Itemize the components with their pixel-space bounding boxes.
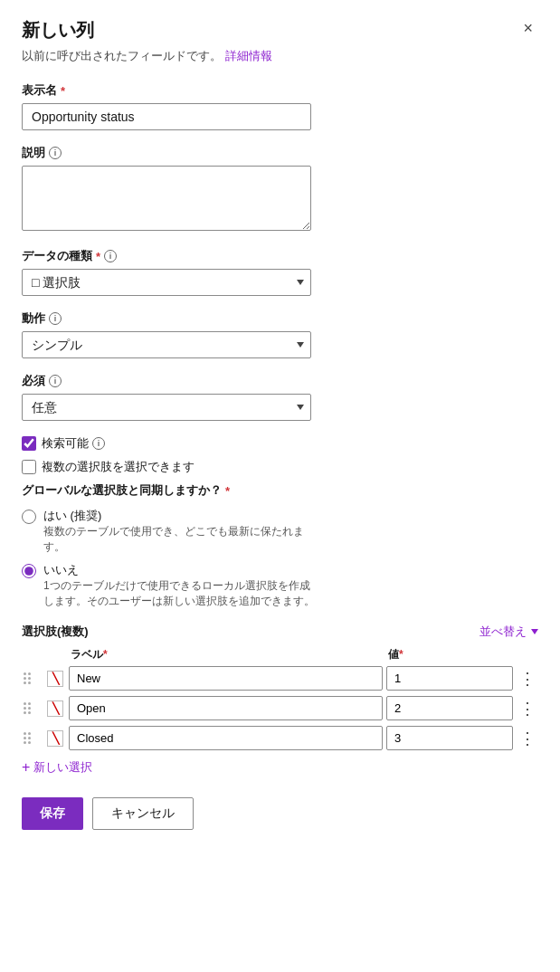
detail-info-link[interactable]: 詳細情報	[225, 49, 272, 62]
radio-group: はい (推奨) 複数のテーブルで使用でき、どこでも最新に保たれます。 いいえ 1…	[22, 508, 538, 609]
searchable-label: 検索可能 i	[42, 435, 105, 452]
searchable-info-icon: i	[92, 437, 105, 450]
behavior-group: 動作 i シンプル	[22, 310, 538, 358]
choices-section: 選択肢(複数) 並べ替え ラベル* 値*	[22, 624, 538, 779]
radio-yes-desc: 複数のテーブルで使用でき、どこでも最新に保たれます。	[43, 524, 315, 555]
searchable-group: 検索可能 i	[22, 435, 538, 452]
data-type-select-wrapper: □ 選択肢	[22, 269, 311, 296]
radio-no-option: いいえ 1つのテーブルだけで使用できるローカル選択肢を作成します。そのユーザーは…	[22, 562, 538, 609]
choices-title: 選択肢(複数)	[22, 624, 89, 640]
multi-select-checkbox[interactable]	[22, 460, 36, 474]
dialog-title: 新しい列	[22, 18, 94, 43]
sort-chevron-icon	[531, 629, 538, 634]
save-button[interactable]: 保存	[22, 797, 83, 830]
choice-label-input[interactable]	[69, 696, 383, 720]
choice-label-input[interactable]	[69, 726, 383, 750]
sync-global-group: グローバルな選択肢と同期しますか？ * はい (推奨) 複数のテーブルで使用でき…	[22, 482, 538, 609]
choice-label-input[interactable]	[69, 666, 383, 691]
display-name-input[interactable]	[22, 103, 311, 130]
required-label: 必須 i	[22, 373, 538, 389]
data-type-group: データの種類 * i □ 選択肢	[22, 248, 538, 296]
choice-more-button[interactable]: ⋮	[517, 669, 538, 689]
color-swatch[interactable]: ╲	[47, 671, 63, 687]
label-col-header: ラベル*	[71, 647, 384, 662]
dialog-subtitle: 以前に呼び出されたフィールドです。 詳細情報	[22, 48, 538, 64]
required-marker2: *	[96, 250, 100, 263]
color-swatch[interactable]: ╲	[47, 700, 63, 717]
choice-more-button[interactable]: ⋮	[517, 699, 538, 719]
searchable-checkbox[interactable]	[22, 436, 36, 451]
description-input[interactable]	[22, 166, 311, 231]
choice-row: ╲ ⋮	[22, 696, 538, 720]
description-group: 説明 i	[22, 145, 538, 233]
required-group: 必須 i 任意	[22, 373, 538, 421]
radio-yes-label: はい (推奨)	[43, 508, 315, 524]
description-label: 説明 i	[22, 145, 538, 161]
drag-handle[interactable]	[22, 700, 43, 716]
choice-row: ╲ ⋮	[22, 726, 538, 750]
radio-no-label: いいえ	[43, 562, 315, 578]
choice-value-input[interactable]	[386, 666, 513, 691]
add-choice-button[interactable]: + 新しい選択	[22, 756, 92, 779]
behavior-select[interactable]: シンプル	[22, 331, 311, 358]
required-info-icon: i	[49, 375, 62, 387]
value-col-header: 値*	[388, 647, 515, 662]
radio-yes[interactable]	[22, 510, 36, 524]
behavior-label: 動作 i	[22, 310, 538, 327]
cancel-button[interactable]: キャンセル	[92, 797, 194, 830]
choices-header: 選択肢(複数) 並べ替え	[22, 624, 538, 640]
sync-global-title: グローバルな選択肢と同期しますか？ *	[22, 482, 538, 499]
data-type-label: データの種類 * i	[22, 248, 538, 264]
radio-yes-option: はい (推奨) 複数のテーブルで使用でき、どこでも最新に保たれます。	[22, 508, 538, 555]
drag-handle[interactable]	[22, 730, 43, 746]
choice-value-input[interactable]	[386, 726, 513, 750]
choice-value-input[interactable]	[386, 696, 513, 720]
sort-button[interactable]: 並べ替え	[479, 624, 538, 640]
multi-select-group: 複数の選択肢を選択できます	[22, 459, 538, 475]
required-select[interactable]: 任意	[22, 394, 311, 421]
required-select-wrapper: 任意	[22, 394, 311, 421]
drag-handle[interactable]	[22, 671, 43, 686]
footer-buttons: 保存 キャンセル	[22, 797, 538, 830]
description-info-icon: i	[49, 147, 62, 159]
radio-no[interactable]	[22, 564, 36, 578]
required-marker: *	[61, 84, 65, 98]
data-type-info-icon: i	[104, 250, 117, 262]
choices-table-header: ラベル* 値*	[22, 647, 538, 662]
choice-row: ╲ ⋮	[22, 666, 538, 691]
data-type-select[interactable]: □ 選択肢	[22, 269, 311, 296]
behavior-info-icon: i	[49, 312, 62, 325]
multi-select-label: 複数の選択肢を選択できます	[42, 459, 195, 475]
new-column-dialog: 新しい列 × 以前に呼び出されたフィールドです。 詳細情報 表示名 * 説明 i…	[0, 0, 560, 852]
choice-more-button[interactable]: ⋮	[517, 729, 538, 748]
radio-no-desc: 1つのテーブルだけで使用できるローカル選択肢を作成します。そのユーザーは新しい選…	[43, 578, 315, 609]
behavior-select-wrapper: シンプル	[22, 331, 311, 358]
dialog-header: 新しい列 ×	[22, 18, 538, 43]
display-name-group: 表示名 *	[22, 82, 538, 130]
display-name-label: 表示名 *	[22, 82, 538, 99]
color-swatch[interactable]: ╲	[47, 730, 63, 747]
close-button[interactable]: ×	[517, 18, 538, 38]
